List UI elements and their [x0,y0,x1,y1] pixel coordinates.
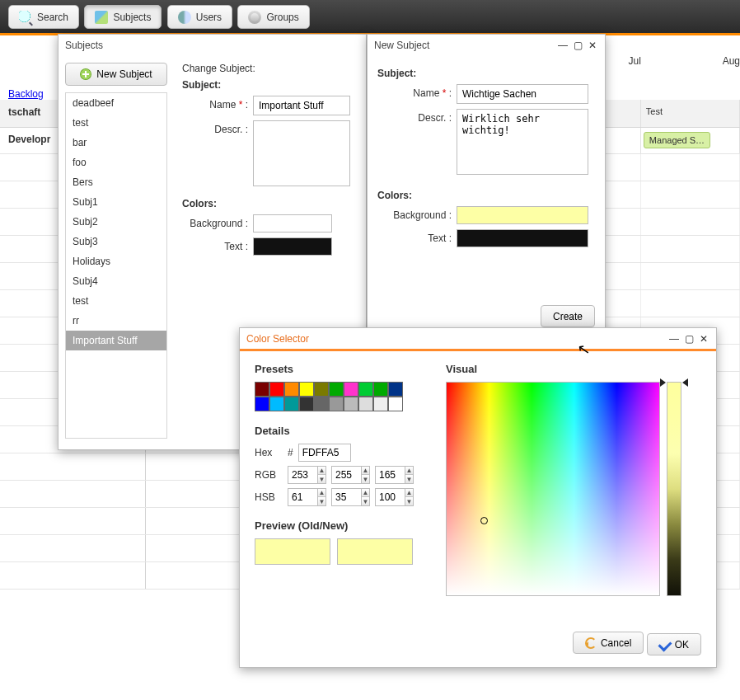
subjects-label: Subjects [113,12,151,23]
search-label: Search [37,12,68,23]
subjects-window-titlebar[interactable]: Subjects [59,35,366,35]
top-toolbar: Search Subjects Users Groups [0,0,740,35]
groups-icon [248,11,261,24]
groups-button[interactable]: Groups [237,5,309,29]
groups-label: Groups [266,12,298,23]
search-icon [19,11,32,24]
users-label: Users [196,12,222,23]
subjects-window: Subjects New Subject deadbeeftestbarfooB… [58,34,367,35]
new-subject-window: New Subject — ▢ ✕ Subject: Name * : Desc… [367,34,606,35]
subjects-icon [95,11,108,24]
users-icon [178,11,191,24]
subjects-button[interactable]: Subjects [84,5,162,29]
search-button[interactable]: Search [8,5,79,29]
users-button[interactable]: Users [167,5,232,29]
new-subject-titlebar[interactable]: New Subject — ▢ ✕ [368,35,605,35]
